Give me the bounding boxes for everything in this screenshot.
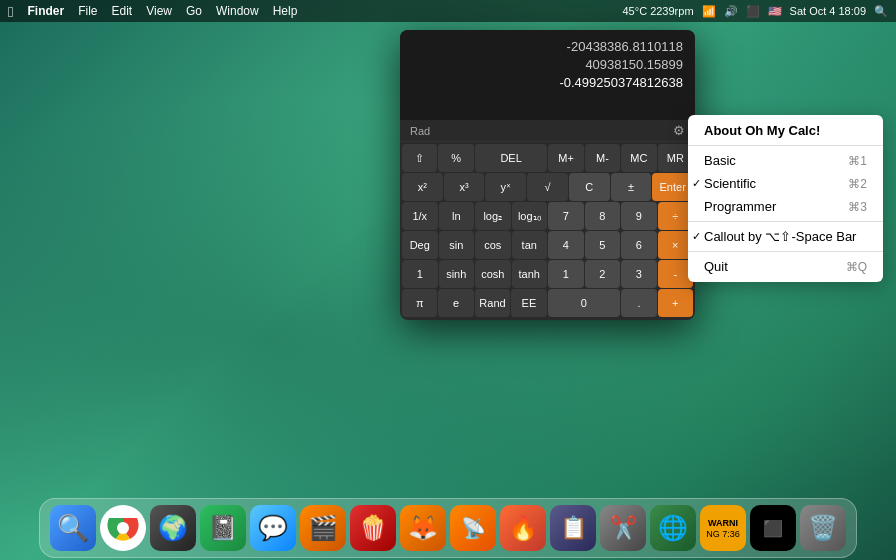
ctx-callout[interactable]: ✓ Callout by ⌥⇧-Space Bar	[688, 225, 883, 248]
menubar:  Finder File Edit View Go Window Help 4…	[0, 0, 896, 22]
dock-icon-gitx[interactable]: 🦊	[400, 505, 446, 551]
btn-cosh[interactable]: cosh	[475, 260, 511, 288]
calc-display: -20438386.8110118 40938150.15899 -0.4992…	[400, 30, 695, 120]
calc-display-main: -0.499250374812638	[412, 74, 683, 92]
btn-rand[interactable]: Rand	[475, 289, 510, 317]
btn-mc[interactable]: MC	[621, 144, 656, 172]
btn-x3[interactable]: x³	[444, 173, 485, 201]
btn-6[interactable]: 6	[621, 231, 657, 259]
calculator: -20438386.8110118 40938150.15899 -0.4992…	[400, 30, 695, 320]
ctx-basic[interactable]: Basic ⌘1	[688, 149, 883, 172]
btn-5[interactable]: 5	[585, 231, 621, 259]
btn-deg[interactable]: Deg	[402, 231, 438, 259]
btn-add[interactable]: +	[658, 289, 693, 317]
btn-enter[interactable]: Enter	[652, 173, 693, 201]
dock-icon-popcorn[interactable]: 🍿	[350, 505, 396, 551]
dock-icon-world[interactable]: 🌐	[650, 505, 696, 551]
calc-row-5: 1 sinh cosh tanh 1 2 3 -	[402, 260, 693, 288]
dock-icon-system[interactable]: 🌍	[150, 505, 196, 551]
btn-sin[interactable]: sin	[439, 231, 475, 259]
btn-percent[interactable]: %	[438, 144, 473, 172]
help-menu[interactable]: Help	[273, 4, 298, 18]
btn-one-func[interactable]: 1	[402, 260, 438, 288]
btn-sqrt[interactable]: √	[527, 173, 568, 201]
dock-icon-vlc[interactable]: 🎬	[300, 505, 346, 551]
btn-plusminus[interactable]: ±	[611, 173, 652, 201]
btn-9[interactable]: 9	[621, 202, 657, 230]
calc-rad-label: Rad	[410, 125, 430, 137]
btn-m-minus[interactable]: M-	[585, 144, 620, 172]
dock-icon-clip[interactable]: ✂️	[600, 505, 646, 551]
ctx-scientific[interactable]: ✓ Scientific ⌘2	[688, 172, 883, 195]
dock: 🔍 🌍 📓 💬 🎬	[39, 498, 857, 558]
svg-point-2	[117, 522, 129, 534]
calc-gear-icon[interactable]: ⚙	[673, 123, 685, 138]
btn-tanh[interactable]: tanh	[512, 260, 548, 288]
menubar-datetime: Sat Oct 4 18:09	[790, 5, 866, 17]
btn-del[interactable]: DEL	[475, 144, 548, 172]
dock-icon-app2[interactable]: 🔥	[500, 505, 546, 551]
btn-1x[interactable]: 1/x	[402, 202, 438, 230]
ctx-scientific-label: Scientific	[704, 176, 756, 191]
btn-dot[interactable]: .	[621, 289, 656, 317]
btn-log10[interactable]: log₁₀	[512, 202, 548, 230]
btn-2[interactable]: 2	[585, 260, 621, 288]
ctx-quit-label: Quit	[704, 259, 728, 274]
ctx-callout-label: Callout by ⌥⇧-Space Bar	[704, 229, 856, 244]
dock-icon-terminal[interactable]: ⬛	[750, 505, 796, 551]
dock-icon-messages[interactable]: 💬	[250, 505, 296, 551]
apple-menu[interactable]: 	[8, 3, 13, 20]
dock-icon-rss[interactable]: 📡	[450, 505, 496, 551]
dock-icon-finder[interactable]: 🔍	[50, 505, 96, 551]
menubar-flag-icon: 🇺🇸	[768, 5, 782, 18]
ctx-about-label: About Oh My Calc!	[704, 123, 820, 138]
btn-ln[interactable]: ln	[439, 202, 475, 230]
btn-tan[interactable]: tan	[512, 231, 548, 259]
btn-pi[interactable]: π	[402, 289, 437, 317]
calc-display-line1: -20438386.8110118	[412, 38, 683, 56]
calc-row-1: ⇧ % DEL M+ M- MC MR	[402, 144, 693, 172]
ctx-quit[interactable]: Quit ⌘Q	[688, 255, 883, 278]
btn-cos[interactable]: cos	[475, 231, 511, 259]
btn-yx[interactable]: yˣ	[485, 173, 526, 201]
btn-0[interactable]: 0	[548, 289, 621, 317]
go-menu[interactable]: Go	[186, 4, 202, 18]
finder-menu[interactable]: Finder	[27, 4, 64, 18]
btn-ee[interactable]: EE	[511, 289, 546, 317]
btn-3[interactable]: 3	[621, 260, 657, 288]
dock-icon-trash[interactable]: 🗑️	[800, 505, 846, 551]
btn-log2[interactable]: log₂	[475, 202, 511, 230]
ctx-scientific-check: ✓	[692, 177, 701, 190]
btn-x2[interactable]: x²	[402, 173, 443, 201]
btn-e[interactable]: e	[438, 289, 473, 317]
dock-icon-dash[interactable]: 📋	[550, 505, 596, 551]
dock-icon-warn[interactable]: WARNI NG 7:36	[700, 505, 746, 551]
btn-m-plus[interactable]: M+	[548, 144, 583, 172]
btn-clear[interactable]: C	[569, 173, 610, 201]
menubar-battery-icon: ⬛	[746, 5, 760, 18]
btn-8[interactable]: 8	[585, 202, 621, 230]
window-menu[interactable]: Window	[216, 4, 259, 18]
dock-icon-evernote[interactable]: 📓	[200, 505, 246, 551]
btn-1[interactable]: 1	[548, 260, 584, 288]
edit-menu[interactable]: Edit	[112, 4, 133, 18]
view-menu[interactable]: View	[146, 4, 172, 18]
ctx-sep-2	[688, 221, 883, 222]
btn-sinh[interactable]: sinh	[439, 260, 475, 288]
calc-row-2: x² x³ yˣ √ C ± Enter	[402, 173, 693, 201]
dock-icon-chrome[interactable]	[100, 505, 146, 551]
menubar-temp: 45°C 2239rpm	[623, 5, 694, 17]
calc-row-4: Deg sin cos tan 4 5 6 ×	[402, 231, 693, 259]
calc-buttons: ⇧ % DEL M+ M- MC MR x² x³ yˣ √ C ± Enter…	[400, 142, 695, 320]
btn-7[interactable]: 7	[548, 202, 584, 230]
btn-shift[interactable]: ⇧	[402, 144, 437, 172]
ctx-programmer[interactable]: Programmer ⌘3	[688, 195, 883, 218]
calc-row-3: 1/x ln log₂ log₁₀ 7 8 9 ÷	[402, 202, 693, 230]
ctx-sep-1	[688, 145, 883, 146]
ctx-sep-3	[688, 251, 883, 252]
calc-rad-bar: Rad ⚙	[400, 120, 695, 142]
menubar-search-icon[interactable]: 🔍	[874, 5, 888, 18]
file-menu[interactable]: File	[78, 4, 97, 18]
ctx-about[interactable]: About Oh My Calc!	[688, 119, 883, 142]
btn-4[interactable]: 4	[548, 231, 584, 259]
